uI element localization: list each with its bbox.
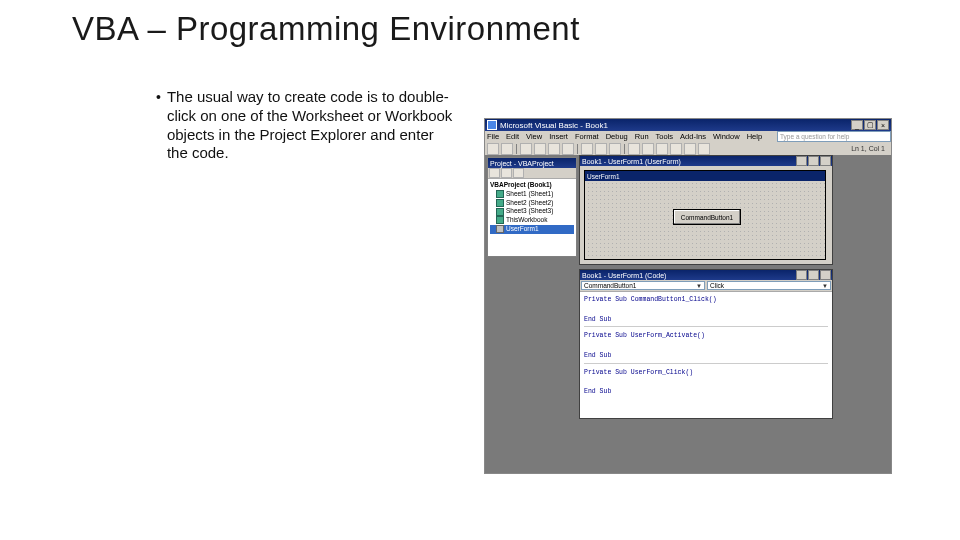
toolbar-button[interactable] (487, 143, 499, 155)
toolbar-button[interactable] (581, 143, 593, 155)
toolbar-button[interactable] (562, 143, 574, 155)
menu-view[interactable]: View (526, 132, 542, 141)
menu-window[interactable]: Window (713, 132, 740, 141)
toolbar-button[interactable] (548, 143, 560, 155)
workbook-icon (496, 216, 504, 224)
ide-titlebar: Microsoft Visual Basic - Book1 _ ▢ × (485, 119, 891, 131)
ide-menubar: File Edit View Insert Format Debug Run T… (485, 131, 891, 142)
project-tree: VBAProject (Book1) Sheet1 (Sheet1) Sheet… (488, 179, 576, 236)
toolbar-button[interactable] (684, 143, 696, 155)
code-dropdowns: CommandButton1 ▼ Click ▼ (580, 280, 832, 292)
toolbar-button[interactable] (595, 143, 607, 155)
code-line: Private Sub CommandButton1_Click() (584, 295, 828, 305)
maximize-button[interactable] (808, 270, 819, 280)
toolbar-separator (577, 144, 578, 154)
menu-debug[interactable]: Debug (606, 132, 628, 141)
toolbar-button[interactable] (501, 143, 513, 155)
help-search-input[interactable]: Type a question for help (777, 131, 891, 142)
close-button[interactable] (820, 156, 831, 166)
toolbar-button[interactable] (520, 143, 532, 155)
project-explorer-title: Project - VBAProject (488, 158, 576, 168)
code-editor[interactable]: Private Sub CommandButton1_Click() End S… (580, 292, 832, 406)
minimize-button[interactable] (796, 156, 807, 166)
form-icon (496, 225, 504, 233)
close-button[interactable] (820, 270, 831, 280)
toolbar-button[interactable] (501, 168, 512, 178)
toolbar-button[interactable] (534, 143, 546, 155)
menu-edit[interactable]: Edit (506, 132, 519, 141)
chevron-down-icon: ▼ (696, 283, 702, 289)
minimize-button[interactable] (796, 270, 807, 280)
tree-label: Sheet2 (Sheet2) (506, 199, 553, 208)
sheet-icon (496, 190, 504, 198)
cursor-coords: Ln 1, Col 1 (851, 145, 889, 152)
tree-node-sheet3[interactable]: Sheet3 (Sheet3) (490, 207, 574, 216)
close-button[interactable]: × (877, 120, 889, 130)
toolbar-button[interactable] (642, 143, 654, 155)
minimize-button[interactable]: _ (851, 120, 863, 130)
ide-workspace: Project - VBAProject VBAProject (Book1) … (485, 155, 891, 473)
toolbar-button[interactable] (698, 143, 710, 155)
tree-label: Sheet1 (Sheet1) (506, 190, 553, 199)
tree-node-userform1[interactable]: UserForm1 (490, 225, 574, 234)
code-line: Private Sub UserForm_Activate() (584, 331, 828, 341)
menu-tools[interactable]: Tools (656, 132, 674, 141)
ide-toolbar: Ln 1, Col 1 (485, 142, 891, 156)
tree-root[interactable]: VBAProject (Book1) (490, 181, 574, 190)
menu-addins[interactable]: Add-Ins (680, 132, 706, 141)
toolbar-button[interactable] (670, 143, 682, 155)
menu-run[interactable]: Run (635, 132, 649, 141)
bullet-text: The usual way to create code is to doubl… (167, 88, 456, 163)
slide-body: • The usual way to create code is to dou… (156, 88, 456, 163)
chevron-down-icon: ▼ (822, 283, 828, 289)
code-block: Private Sub CommandButton1_Click() End S… (584, 295, 828, 327)
app-icon (487, 120, 497, 130)
slide: VBA – Programming Environment • The usua… (0, 0, 960, 540)
bullet-dot: • (156, 88, 161, 163)
toolbar-button[interactable] (656, 143, 668, 155)
menu-format[interactable]: Format (575, 132, 599, 141)
code-line: End Sub (584, 351, 828, 361)
code-block: Private Sub UserForm_Click() End Sub (584, 368, 828, 399)
tree-node-sheet1[interactable]: Sheet1 (Sheet1) (490, 190, 574, 199)
menu-insert[interactable]: Insert (549, 132, 568, 141)
bullet-item: • The usual way to create code is to dou… (156, 88, 456, 163)
code-titlebar: Book1 - UserForm1 (Code) (580, 270, 832, 280)
code-window: Book1 - UserForm1 (Code) CommandButton1 … (579, 269, 833, 419)
object-dropdown-value: CommandButton1 (584, 282, 636, 289)
code-line: Private Sub UserForm_Click() (584, 368, 828, 378)
form-canvas[interactable]: UserForm1 CommandButton1 (584, 170, 826, 260)
menu-file[interactable]: File (487, 132, 499, 141)
maximize-button[interactable]: ▢ (864, 120, 876, 130)
object-dropdown[interactable]: CommandButton1 ▼ (581, 281, 705, 290)
code-line: End Sub (584, 387, 828, 397)
project-explorer: Project - VBAProject VBAProject (Book1) … (487, 157, 577, 257)
tree-label: ThisWorkbook (506, 216, 547, 225)
procedure-dropdown-value: Click (710, 282, 724, 289)
designer-titlebar: Book1 - UserForm1 (UserForm) (580, 156, 832, 166)
toolbar-separator (624, 144, 625, 154)
toolbar-button[interactable] (609, 143, 621, 155)
userform-caption: UserForm1 (585, 171, 825, 181)
menu-help[interactable]: Help (747, 132, 762, 141)
sheet-icon (496, 199, 504, 207)
command-button-control[interactable]: CommandButton1 (673, 209, 741, 225)
form-designer-window: Book1 - UserForm1 (UserForm) UserForm1 C… (579, 155, 833, 265)
maximize-button[interactable] (808, 156, 819, 166)
tree-node-sheet2[interactable]: Sheet2 (Sheet2) (490, 199, 574, 208)
tree-node-thisworkbook[interactable]: ThisWorkbook (490, 216, 574, 225)
vba-ide-window: Microsoft Visual Basic - Book1 _ ▢ × Fil… (484, 118, 892, 474)
sheet-icon (496, 208, 504, 216)
toolbar-separator (516, 144, 517, 154)
code-line: End Sub (584, 315, 828, 325)
code-title-text: Book1 - UserForm1 (Code) (582, 272, 666, 279)
toolbar-button[interactable] (513, 168, 524, 178)
slide-title: VBA – Programming Environment (72, 10, 580, 48)
menu-items: File Edit View Insert Format Debug Run T… (487, 132, 762, 141)
tree-label: Sheet3 (Sheet3) (506, 207, 553, 216)
ide-title-text: Microsoft Visual Basic - Book1 (500, 121, 608, 130)
project-explorer-toolbar (488, 168, 576, 179)
toolbar-button[interactable] (628, 143, 640, 155)
toolbar-button[interactable] (489, 168, 500, 178)
procedure-dropdown[interactable]: Click ▼ (707, 281, 831, 290)
